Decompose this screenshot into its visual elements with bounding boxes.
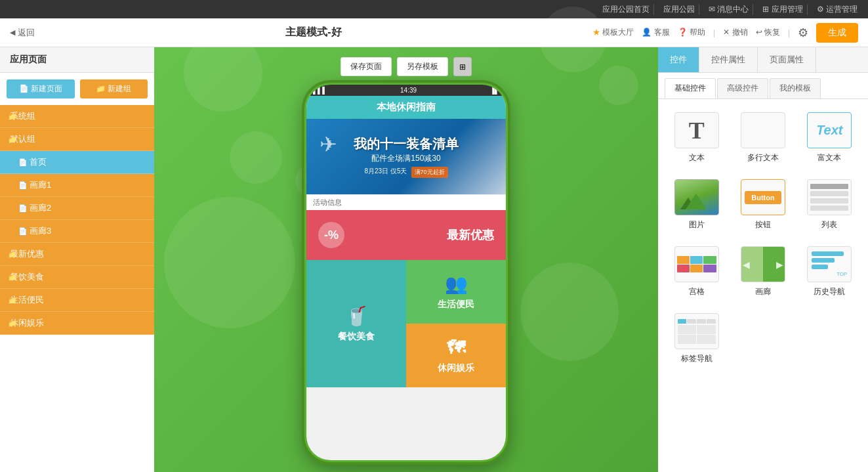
life-icon: 👥 [445, 273, 468, 295]
sidebar-item-gallery3[interactable]: 画廊3 [0, 220, 154, 243]
sidebar-item-food[interactable]: 餐饮美食 [0, 266, 154, 289]
phone-options-button[interactable]: ⊞ [453, 57, 472, 76]
history-widget-label: 历史导航 [814, 286, 845, 297]
widget-image[interactable]: 图片 [666, 174, 727, 236]
widget-tab-basic[interactable]: 基础控件 [665, 78, 716, 98]
banner-main-text: 我的十一装备清单 [354, 135, 459, 153]
widget-richtext[interactable]: Text 富文本 [799, 107, 860, 169]
sidebar-item-default-group[interactable]: 默认组 [0, 128, 154, 151]
person-icon: 👤 [642, 28, 651, 37]
widget-palace[interactable]: 宫格 [666, 241, 727, 303]
tab-page-props[interactable]: 页面属性 [758, 47, 816, 72]
plane-icon: ✈ [320, 132, 337, 157]
banner-content: 我的十一装备清单 配件全场满150减30 8月23日 仅5天 满70元起折 [354, 135, 459, 178]
list-widget-icon [807, 179, 852, 215]
widget-text[interactable]: T 文本 [666, 107, 727, 169]
widget-gallery[interactable]: 画廊 [732, 241, 793, 303]
sidebar-actions: 新建页面 新建组 [0, 73, 154, 105]
phone-banner[interactable]: ✈ 我的十一装备清单 配件全场满150减30 8月23日 仅5天 满70元起折 [306, 119, 506, 194]
phone-status-bar: ▌▌▌ 14:39 ▐▌ [306, 85, 506, 96]
life-label: 生活便民 [438, 299, 474, 311]
grid-latest-deals[interactable]: -% 最新优惠 [306, 210, 506, 260]
widget-tab-advanced[interactable]: 高级控件 [717, 78, 768, 98]
sidebar-item-gallery1[interactable]: 画廊1 [0, 174, 154, 197]
grid-life[interactable]: 👥 生活便民 [406, 260, 506, 324]
grid-two-col: 🥤 餐饮美食 👥 生活便民 🗺 休闲娱乐 [306, 260, 506, 387]
sidebar-item-latest-deals[interactable]: 最新优惠 [0, 243, 154, 266]
widget-button[interactable]: Button 按钮 [732, 174, 793, 236]
signal-icon: ▌▌▌ [313, 87, 327, 94]
nav-park[interactable]: 应用公园 [659, 4, 699, 15]
divider2: | [788, 28, 790, 37]
multitext-widget-label: 多行文本 [747, 152, 779, 163]
appmanage-icon: ⊞ [762, 5, 769, 14]
cancel-link[interactable]: ✕ 撤销 [723, 27, 747, 38]
message-icon: ✉ [709, 5, 715, 14]
generate-button[interactable]: 生成 [816, 23, 858, 43]
richtext-widget-label: 富文本 [817, 152, 841, 163]
text-widget-icon: T [674, 112, 719, 148]
help-link[interactable]: ❓ 帮助 [678, 27, 705, 38]
banner-tag: 满70元起折 [411, 167, 448, 178]
sidebar-item-leisure[interactable]: 休闲娱乐 [0, 312, 154, 335]
image-widget-label: 图片 [689, 219, 705, 230]
sidebar-item-life[interactable]: 生活便民 [0, 289, 154, 312]
page-title: 主题模式-好 [41, 26, 586, 39]
operations-icon: ⚙ [817, 5, 824, 14]
panel-tabs: 控件 控件属性 页面属性 [658, 47, 868, 73]
main-layout: 应用页面 新建页面 新建组 系统组 默认组 首页 画廊1 画廊2 画廊3 最新优… [0, 47, 868, 472]
nav-appmanage[interactable]: ⊞ 应用管理 [758, 4, 807, 15]
widget-history[interactable]: TOP 历史导航 [799, 241, 860, 303]
save-template-button[interactable]: 另存模板 [397, 57, 448, 76]
activity-bar: 活动信息 [306, 194, 506, 210]
grid-food[interactable]: 🥤 餐饮美食 [306, 260, 406, 387]
canvas-area: 保存页面 另存模板 ⊞ ▌▌▌ 14:39 ▐▌ 本地休闲指南 ✈ [154, 47, 658, 472]
food-icon: 🥤 [345, 305, 368, 327]
phone-toolbar: 保存页面 另存模板 ⊞ [341, 57, 472, 76]
widget-tab-my-templates[interactable]: 我的模板 [770, 78, 821, 98]
banner-sub-text: 配件全场满150减30 [354, 153, 459, 164]
text-widget-label: 文本 [689, 152, 705, 163]
new-group-button[interactable]: 新建组 [80, 79, 148, 98]
settings-button[interactable]: ⚙ [798, 26, 808, 40]
restore-link[interactable]: ↩ 恢复 [756, 27, 780, 38]
battery-icon: ▐▌ [490, 87, 499, 94]
top-nav: 应用公园首页 应用公园 ✉ 消息中心 ⊞ 应用管理 ⚙ 运营管理 [0, 0, 868, 18]
nav-messages[interactable]: ✉ 消息中心 [705, 4, 753, 15]
richtext-widget-icon: Text [807, 112, 852, 148]
sidebar-item-home[interactable]: 首页 [0, 151, 154, 174]
main-toolbar: 返回 主题模式-好 ★ 模板大厅 👤 客服 ❓ 帮助 | ✕ 撤销 ↩ 恢复 |… [0, 18, 868, 47]
tab-widget-props[interactable]: 控件属性 [699, 47, 758, 72]
customer-service-link[interactable]: 👤 客服 [642, 27, 669, 38]
widget-tabs: 基础控件 高级控件 我的模板 [658, 73, 868, 99]
food-label: 餐饮美食 [338, 331, 375, 343]
widget-grid: T 文本 多行文本 [658, 99, 868, 377]
sidebar-item-gallery2[interactable]: 画廊2 [0, 197, 154, 220]
nav-home[interactable]: 应用公园首页 [598, 4, 654, 15]
back-button[interactable]: 返回 [10, 27, 35, 39]
sidebar: 应用页面 新建页面 新建组 系统组 默认组 首页 画廊1 画廊2 画廊3 最新优… [0, 47, 154, 472]
button-widget-label: 按钮 [755, 219, 771, 230]
sidebar-item-system-group[interactable]: 系统组 [0, 105, 154, 128]
deals-label: 最新优惠 [447, 227, 494, 243]
save-page-button[interactable]: 保存页面 [341, 57, 392, 76]
tab-widgets[interactable]: 控件 [658, 47, 699, 72]
nav-operations[interactable]: ⚙ 运营管理 [813, 4, 861, 15]
tagnav-widget-label: 标签导航 [681, 353, 713, 364]
widget-list[interactable]: 列表 [799, 174, 860, 236]
phone-device: ▌▌▌ 14:39 ▐▌ 本地休闲指南 ✈ 我的十一装备清单 配件全场满150减… [304, 83, 508, 462]
banner-meta: 8月23日 仅5天 满70元起折 [354, 167, 459, 178]
button-widget-icon: Button [741, 179, 785, 215]
list-widget-label: 列表 [821, 219, 837, 230]
widget-tagnav[interactable]: 标签导航 [666, 308, 727, 370]
leisure-label: 休闲娱乐 [438, 362, 474, 374]
gallery-widget-label: 画廊 [755, 286, 771, 297]
new-page-button[interactable]: 新建页面 [7, 79, 75, 98]
right-col: 👥 生活便民 🗺 休闲娱乐 [406, 260, 506, 387]
template-hall-link[interactable]: ★ 模板大厅 [592, 27, 634, 38]
palace-widget-label: 宫格 [689, 286, 705, 297]
leisure-icon: 🗺 [447, 337, 465, 358]
divider1: | [713, 28, 715, 37]
widget-multitext[interactable]: 多行文本 [732, 107, 793, 169]
grid-leisure[interactable]: 🗺 休闲娱乐 [406, 324, 506, 387]
